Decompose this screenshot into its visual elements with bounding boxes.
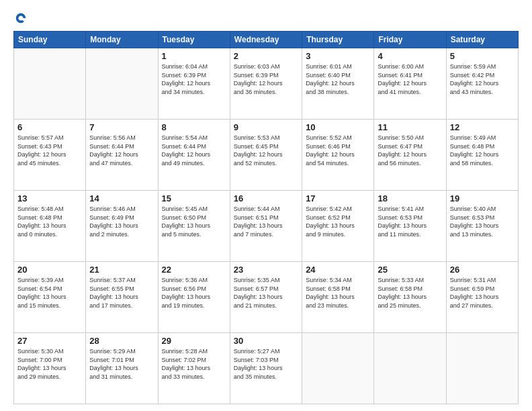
day-number: 13 — [17, 193, 82, 203]
day-info: Sunrise: 5:52 AM Sunset: 6:46 PM Dayligh… — [306, 134, 370, 167]
calendar-table: SundayMondayTuesdayWednesdayThursdayFrid… — [13, 31, 519, 404]
day-number: 9 — [234, 122, 298, 132]
day-info: Sunrise: 5:35 AM Sunset: 6:57 PM Dayligh… — [234, 276, 298, 310]
day-info: Sunrise: 5:29 AM Sunset: 7:01 PM Dayligh… — [89, 347, 154, 381]
calendar-cell: 3Sunrise: 6:01 AM Sunset: 6:40 PM Daylig… — [302, 48, 374, 120]
day-number: 12 — [450, 122, 515, 132]
day-info: Sunrise: 6:04 AM Sunset: 6:39 PM Dayligh… — [162, 62, 226, 96]
calendar-cell: 11Sunrise: 5:50 AM Sunset: 6:47 PM Dayli… — [374, 120, 446, 191]
day-number: 15 — [162, 193, 226, 203]
calendar-cell: 22Sunrise: 5:36 AM Sunset: 6:56 PM Dayli… — [158, 262, 230, 333]
weekday-header-row: SundayMondayTuesdayWednesdayThursdayFrid… — [14, 32, 519, 48]
day-number: 17 — [306, 193, 370, 203]
day-info: Sunrise: 5:57 AM Sunset: 6:43 PM Dayligh… — [17, 134, 82, 167]
week-row-3: 13Sunrise: 5:48 AM Sunset: 6:48 PM Dayli… — [14, 191, 519, 262]
page: SundayMondayTuesdayWednesdayThursdayFrid… — [0, 0, 532, 411]
calendar-cell — [302, 333, 374, 404]
weekday-header-saturday: Saturday — [446, 32, 518, 48]
day-info: Sunrise: 5:53 AM Sunset: 6:45 PM Dayligh… — [234, 134, 298, 167]
calendar-cell: 21Sunrise: 5:37 AM Sunset: 6:55 PM Dayli… — [86, 262, 158, 333]
day-info: Sunrise: 5:42 AM Sunset: 6:52 PM Dayligh… — [306, 205, 370, 238]
calendar-cell: 9Sunrise: 5:53 AM Sunset: 6:45 PM Daylig… — [230, 120, 302, 191]
calendar-cell: 27Sunrise: 5:30 AM Sunset: 7:00 PM Dayli… — [14, 333, 86, 404]
calendar-cell: 23Sunrise: 5:35 AM Sunset: 6:57 PM Dayli… — [230, 262, 302, 333]
day-number: 29 — [162, 336, 226, 346]
day-number: 20 — [17, 265, 82, 275]
day-number: 27 — [17, 336, 82, 346]
day-number: 25 — [378, 265, 442, 275]
calendar-cell: 30Sunrise: 5:27 AM Sunset: 7:03 PM Dayli… — [230, 333, 302, 404]
calendar-cell: 13Sunrise: 5:48 AM Sunset: 6:48 PM Dayli… — [14, 191, 86, 262]
day-info: Sunrise: 5:45 AM Sunset: 6:50 PM Dayligh… — [162, 205, 226, 238]
day-info: Sunrise: 5:48 AM Sunset: 6:48 PM Dayligh… — [17, 205, 82, 238]
day-info: Sunrise: 5:33 AM Sunset: 6:58 PM Dayligh… — [378, 276, 442, 310]
calendar-cell — [14, 48, 86, 120]
calendar-cell: 6Sunrise: 5:57 AM Sunset: 6:43 PM Daylig… — [14, 120, 86, 191]
day-info: Sunrise: 5:54 AM Sunset: 6:44 PM Dayligh… — [162, 134, 226, 167]
day-number: 16 — [234, 193, 298, 203]
calendar-cell: 28Sunrise: 5:29 AM Sunset: 7:01 PM Dayli… — [86, 333, 158, 404]
day-number: 1 — [162, 51, 226, 61]
calendar-cell: 25Sunrise: 5:33 AM Sunset: 6:58 PM Dayli… — [374, 262, 446, 333]
day-info: Sunrise: 5:30 AM Sunset: 7:00 PM Dayligh… — [17, 347, 82, 381]
calendar-cell: 15Sunrise: 5:45 AM Sunset: 6:50 PM Dayli… — [158, 191, 230, 262]
day-number: 30 — [234, 336, 298, 346]
calendar-cell: 14Sunrise: 5:46 AM Sunset: 6:49 PM Dayli… — [86, 191, 158, 262]
header — [13, 12, 519, 24]
calendar-cell: 10Sunrise: 5:52 AM Sunset: 6:46 PM Dayli… — [302, 120, 374, 191]
logo-icon — [15, 12, 27, 24]
calendar-cell: 4Sunrise: 6:00 AM Sunset: 6:41 PM Daylig… — [374, 48, 446, 120]
calendar-cell: 5Sunrise: 5:59 AM Sunset: 6:42 PM Daylig… — [446, 48, 518, 120]
logo — [13, 12, 27, 24]
day-number: 10 — [306, 122, 370, 132]
calendar-cell: 18Sunrise: 5:41 AM Sunset: 6:53 PM Dayli… — [374, 191, 446, 262]
calendar-cell: 2Sunrise: 6:03 AM Sunset: 6:39 PM Daylig… — [230, 48, 302, 120]
calendar-cell: 7Sunrise: 5:56 AM Sunset: 6:44 PM Daylig… — [86, 120, 158, 191]
day-info: Sunrise: 5:34 AM Sunset: 6:58 PM Dayligh… — [306, 276, 370, 310]
day-info: Sunrise: 5:31 AM Sunset: 6:59 PM Dayligh… — [450, 276, 515, 310]
calendar-cell: 17Sunrise: 5:42 AM Sunset: 6:52 PM Dayli… — [302, 191, 374, 262]
day-number: 6 — [17, 122, 82, 132]
day-info: Sunrise: 5:59 AM Sunset: 6:42 PM Dayligh… — [450, 62, 515, 96]
calendar-cell: 1Sunrise: 6:04 AM Sunset: 6:39 PM Daylig… — [158, 48, 230, 120]
day-number: 5 — [450, 51, 515, 61]
day-info: Sunrise: 5:56 AM Sunset: 6:44 PM Dayligh… — [89, 134, 154, 167]
day-number: 26 — [450, 265, 515, 275]
week-row-4: 20Sunrise: 5:39 AM Sunset: 6:54 PM Dayli… — [14, 262, 519, 333]
day-number: 23 — [234, 265, 298, 275]
calendar-cell: 8Sunrise: 5:54 AM Sunset: 6:44 PM Daylig… — [158, 120, 230, 191]
calendar-cell — [446, 333, 518, 404]
weekday-header-wednesday: Wednesday — [230, 32, 302, 48]
calendar-cell: 19Sunrise: 5:40 AM Sunset: 6:53 PM Dayli… — [446, 191, 518, 262]
day-info: Sunrise: 5:36 AM Sunset: 6:56 PM Dayligh… — [162, 276, 226, 310]
day-number: 11 — [378, 122, 442, 132]
day-number: 4 — [378, 51, 442, 61]
calendar-cell: 16Sunrise: 5:44 AM Sunset: 6:51 PM Dayli… — [230, 191, 302, 262]
day-info: Sunrise: 5:37 AM Sunset: 6:55 PM Dayligh… — [89, 276, 154, 310]
day-info: Sunrise: 5:44 AM Sunset: 6:51 PM Dayligh… — [234, 205, 298, 238]
calendar-cell: 26Sunrise: 5:31 AM Sunset: 6:59 PM Dayli… — [446, 262, 518, 333]
calendar-cell: 29Sunrise: 5:28 AM Sunset: 7:02 PM Dayli… — [158, 333, 230, 404]
day-info: Sunrise: 5:46 AM Sunset: 6:49 PM Dayligh… — [89, 205, 154, 238]
calendar-cell: 12Sunrise: 5:49 AM Sunset: 6:48 PM Dayli… — [446, 120, 518, 191]
day-number: 3 — [306, 51, 370, 61]
weekday-header-sunday: Sunday — [14, 32, 86, 48]
day-info: Sunrise: 5:28 AM Sunset: 7:02 PM Dayligh… — [162, 347, 226, 381]
day-number: 21 — [89, 265, 154, 275]
calendar-cell — [374, 333, 446, 404]
calendar-cell: 20Sunrise: 5:39 AM Sunset: 6:54 PM Dayli… — [14, 262, 86, 333]
day-info: Sunrise: 5:27 AM Sunset: 7:03 PM Dayligh… — [234, 347, 298, 381]
weekday-header-friday: Friday — [374, 32, 446, 48]
day-info: Sunrise: 5:39 AM Sunset: 6:54 PM Dayligh… — [17, 276, 82, 310]
week-row-2: 6Sunrise: 5:57 AM Sunset: 6:43 PM Daylig… — [14, 120, 519, 191]
day-number: 7 — [89, 122, 154, 132]
day-info: Sunrise: 6:01 AM Sunset: 6:40 PM Dayligh… — [306, 62, 370, 96]
day-info: Sunrise: 6:00 AM Sunset: 6:41 PM Dayligh… — [378, 62, 442, 96]
day-number: 18 — [378, 193, 442, 203]
day-info: Sunrise: 5:50 AM Sunset: 6:47 PM Dayligh… — [378, 134, 442, 167]
week-row-1: 1Sunrise: 6:04 AM Sunset: 6:39 PM Daylig… — [14, 48, 519, 120]
day-info: Sunrise: 5:40 AM Sunset: 6:53 PM Dayligh… — [450, 205, 515, 238]
day-number: 2 — [234, 51, 298, 61]
calendar-cell: 24Sunrise: 5:34 AM Sunset: 6:58 PM Dayli… — [302, 262, 374, 333]
weekday-header-tuesday: Tuesday — [158, 32, 230, 48]
